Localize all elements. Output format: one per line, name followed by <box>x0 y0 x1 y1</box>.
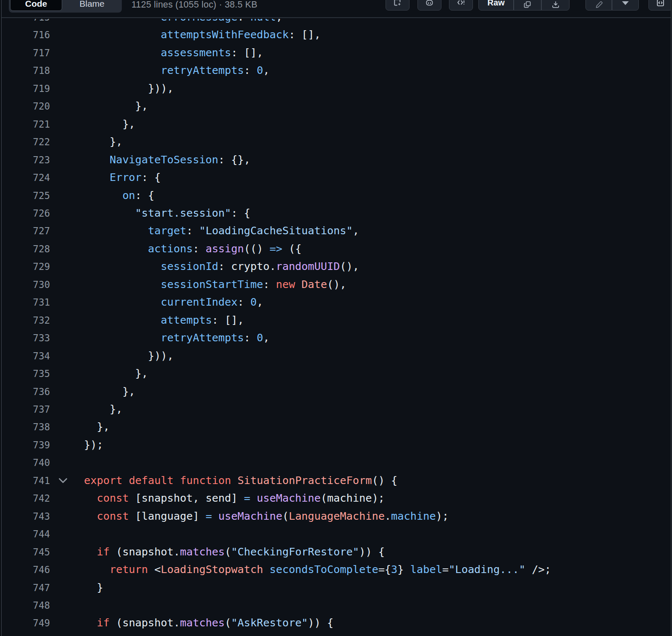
line-number[interactable]: 718 <box>2 62 50 79</box>
code-blame-segmented-control: Code Blame <box>9 0 122 13</box>
code-line: 741export default function SituationPrac… <box>2 472 671 489</box>
line-number[interactable]: 743 <box>2 508 50 525</box>
code-text: return <AskRestorePrompt onRestore={() =… <box>84 632 570 636</box>
code-line: 748 <box>2 597 671 614</box>
file-toolbar: Code Blame 1125 lines (1055 loc) · 38.5 … <box>0 0 672 18</box>
line-number[interactable]: 724 <box>2 169 50 186</box>
fold-gutter <box>50 97 84 115</box>
line-number[interactable]: 744 <box>2 525 50 543</box>
line-number[interactable]: 727 <box>2 222 50 240</box>
chevron-down-icon[interactable] <box>58 478 68 484</box>
code-line: 720 }, <box>2 97 671 115</box>
fold-gutter <box>50 329 84 347</box>
line-number[interactable]: 738 <box>2 418 50 436</box>
line-number[interactable]: 723 <box>2 151 50 169</box>
line-number[interactable]: 732 <box>2 311 50 329</box>
line-number[interactable]: 729 <box>2 258 50 275</box>
line-number[interactable]: 739 <box>2 436 50 454</box>
line-number[interactable]: 730 <box>2 276 50 293</box>
symbols-panel-button[interactable] <box>648 0 672 10</box>
download-icon <box>552 1 559 10</box>
dropdown-caret-icon <box>622 1 629 5</box>
code-text: currentIndex: 0, <box>84 293 263 311</box>
line-number[interactable]: 746 <box>2 561 50 578</box>
code-text: on: { <box>84 187 155 204</box>
line-number[interactable]: 721 <box>2 115 50 133</box>
line-number[interactable]: 717 <box>2 44 50 62</box>
code-text: Error: { <box>84 169 161 186</box>
fold-gutter <box>50 418 84 436</box>
line-number[interactable]: 728 <box>2 240 50 258</box>
line-number[interactable]: 741 <box>2 472 50 489</box>
line-number[interactable]: 747 <box>2 579 50 597</box>
line-number[interactable]: 748 <box>2 597 50 614</box>
edit-file-button[interactable] <box>585 0 612 10</box>
code-text: })), <box>84 347 173 365</box>
line-number[interactable]: 733 <box>2 329 50 347</box>
code-text: const [language] = useMachine(LanguageMa… <box>84 508 449 525</box>
code-text: const [snapshot, send] = useMachine(mach… <box>84 489 385 507</box>
code-line: 742 const [snapshot, send] = useMachine(… <box>2 489 671 507</box>
code-text: if (snapshot.matches("AskRestore")) { <box>84 614 333 632</box>
copy-raw-button[interactable] <box>514 0 541 10</box>
ai-edit-button[interactable] <box>386 0 410 10</box>
edit-pencil-icon <box>595 1 603 10</box>
line-number[interactable]: 737 <box>2 400 50 418</box>
tab-blame[interactable]: Blame <box>63 0 121 10</box>
line-number[interactable]: 745 <box>2 543 50 561</box>
copy-icon <box>524 1 531 10</box>
fold-gutter <box>50 508 84 525</box>
raw-button[interactable]: Raw <box>478 0 514 10</box>
line-number[interactable]: 726 <box>2 204 50 222</box>
edit-dropdown-button[interactable] <box>612 0 639 10</box>
code-text: }); <box>84 436 103 454</box>
code-line: 746 return <LoadingStopwatch secondsToCo… <box>2 561 671 578</box>
line-number[interactable]: 715 <box>2 19 50 26</box>
line-number[interactable]: 749 <box>2 614 50 632</box>
line-number[interactable]: 731 <box>2 293 50 311</box>
fold-gutter <box>50 115 84 133</box>
code-line: 731 currentIndex: 0, <box>2 293 671 311</box>
code-text: return <LoadingStopwatch secondsToComple… <box>84 561 551 578</box>
code-text: target: "LoadingCacheSituations", <box>84 222 359 240</box>
copilot-button[interactable] <box>417 0 441 10</box>
code-line: 716 attemptsWithFeedback: [], <box>2 26 671 44</box>
code-text: attempts: [], <box>84 311 244 329</box>
fold-gutter <box>50 489 84 507</box>
tab-code[interactable]: Code <box>10 0 62 10</box>
copilot-icon <box>425 0 433 8</box>
code-console-button[interactable] <box>449 0 473 10</box>
raw-button-label: Raw <box>487 0 504 8</box>
code-line: 734 })), <box>2 347 671 365</box>
fold-gutter <box>50 365 84 382</box>
code-text: }, <box>84 383 135 400</box>
code-text: actions: assign(() => ({ <box>84 240 302 258</box>
line-number[interactable]: 742 <box>2 489 50 507</box>
code-text: }, <box>84 365 148 382</box>
code-line: 747 } <box>2 579 671 597</box>
fold-gutter <box>50 400 84 418</box>
code-line: 721 }, <box>2 115 671 133</box>
code-line: 717 assessments: [], <box>2 44 671 62</box>
line-number[interactable]: 735 <box>2 365 50 382</box>
fold-gutter <box>50 19 84 26</box>
line-number[interactable]: 725 <box>2 187 50 204</box>
line-number[interactable]: 740 <box>2 454 50 471</box>
fold-gutter <box>50 240 84 258</box>
line-number[interactable]: 716 <box>2 26 50 44</box>
line-number[interactable]: 734 <box>2 347 50 365</box>
line-number[interactable]: 719 <box>2 80 50 97</box>
fold-gutter <box>50 543 84 561</box>
line-number[interactable]: 750 <box>2 632 50 636</box>
code-line: 744 <box>2 525 671 543</box>
line-number[interactable]: 722 <box>2 133 50 151</box>
fold-gutter <box>50 133 84 151</box>
line-number[interactable]: 720 <box>2 97 50 115</box>
code-text: if (snapshot.matches("CheckingForRestore… <box>84 543 385 561</box>
fold-gutter <box>50 187 84 204</box>
download-raw-button[interactable] <box>541 0 570 10</box>
code-line: 728 actions: assign(() => ({ <box>2 240 671 258</box>
fold-gutter <box>50 169 84 186</box>
line-number[interactable]: 736 <box>2 383 50 400</box>
code-line: 723 NavigateToSession: {}, <box>2 151 671 169</box>
